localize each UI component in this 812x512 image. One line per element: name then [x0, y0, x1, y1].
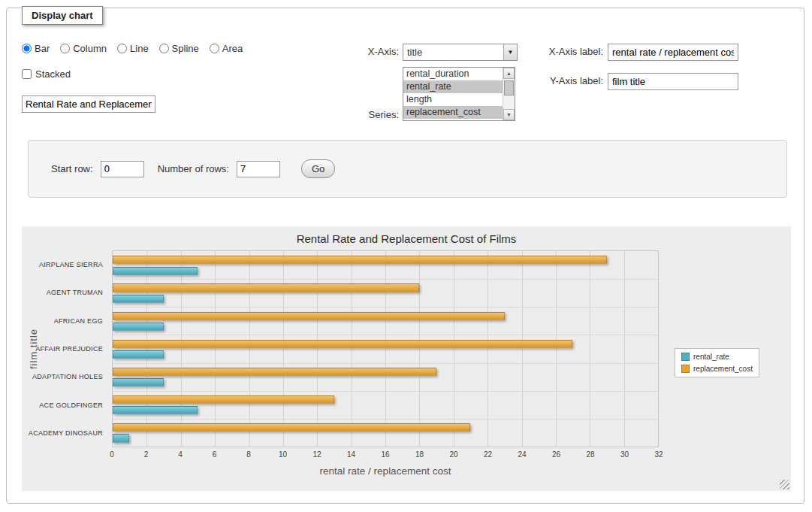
h-gridline: [113, 419, 658, 420]
legend-label: replacement_cost: [693, 365, 753, 373]
chart-type-radio-column[interactable]: [60, 44, 70, 53]
x-tick-label: 16: [381, 450, 389, 459]
scroll-up-icon[interactable]: ▲: [503, 68, 515, 79]
v-gridline: [419, 251, 420, 447]
series-option-replacement_cost[interactable]: replacement_cost: [403, 106, 503, 119]
series-listbox[interactable]: rental_durationrental_ratelengthreplacem…: [403, 67, 515, 121]
bar-replacement_cost: [113, 283, 419, 292]
chart-type-option-label: Line: [130, 43, 149, 54]
resize-handle[interactable]: [780, 480, 789, 489]
series-label-text: Series:: [330, 109, 399, 120]
x-tick-label: 22: [484, 450, 492, 459]
stacked-checkbox[interactable]: [22, 69, 32, 79]
category-label: AGENT TRUMAN: [22, 278, 107, 306]
h-gridline: [113, 363, 658, 364]
scrollbar-thumb[interactable]: [504, 80, 514, 95]
chart-title: Rental Rate and Replacement Cost of Film…: [22, 232, 791, 245]
v-gridline: [454, 251, 454, 447]
x-tick-label: 14: [347, 450, 355, 459]
x-axis-label-input[interactable]: [608, 44, 738, 61]
bar-replacement_cost: [113, 368, 436, 376]
v-gridline: [488, 251, 488, 447]
v-gridline: [317, 251, 318, 447]
v-gridline: [590, 251, 590, 447]
bar-rental_rate: [113, 295, 164, 303]
y-axis-label-input[interactable]: [608, 73, 738, 90]
bar-replacement_cost: [113, 395, 334, 404]
y-axis-label-field-label: Y-Axis label:: [531, 75, 603, 86]
chart-type-option-label: Spline: [172, 43, 199, 54]
v-gridline: [181, 251, 182, 447]
h-gridline: [113, 279, 658, 280]
go-button[interactable]: Go: [301, 159, 335, 178]
x-axis-label-field-label: X-Axis label:: [531, 46, 603, 57]
chart-type-option-column[interactable]: Column: [60, 43, 107, 54]
start-row-label: Start row:: [51, 163, 93, 174]
chart-type-option-area[interactable]: Area: [210, 43, 243, 54]
chart-type-option-label: Bar: [35, 43, 50, 54]
category-label: AFFAIR PREJUDICE: [22, 335, 107, 362]
x-tick-label: 10: [279, 450, 287, 459]
chevron-down-icon[interactable]: ▼: [503, 44, 517, 60]
bar-rental_rate: [113, 323, 164, 331]
x-tick-label: 32: [654, 450, 663, 459]
v-gridline: [249, 251, 250, 447]
series-scrollbar[interactable]: ▲ ▼: [503, 68, 515, 120]
series-option-length[interactable]: length: [403, 93, 503, 106]
x-axis-title: rental rate / replacement cost: [112, 465, 659, 477]
chart-type-radio-spline[interactable]: [159, 44, 169, 53]
chart-type-option-bar[interactable]: Bar: [22, 43, 50, 54]
v-gridline: [556, 251, 557, 447]
series-option-rental_duration[interactable]: rental_duration: [403, 68, 503, 80]
h-gridline: [113, 335, 658, 335]
series-listbox-items: rental_durationrental_ratelengthreplacem…: [403, 68, 503, 120]
series-option-rental_rate[interactable]: rental_rate: [403, 80, 503, 93]
scroll-down-icon[interactable]: ▼: [503, 109, 515, 120]
v-gridline: [352, 251, 352, 447]
chart-type-radiogroup: BarColumnLineSplineArea: [22, 43, 243, 54]
chart-type-radio-area[interactable]: [210, 44, 219, 53]
chart-type-radio-line[interactable]: [117, 44, 127, 53]
v-gridline: [283, 251, 284, 447]
chart-type-option-spline[interactable]: Spline: [159, 43, 199, 54]
category-label: AIRPLANE SIERRA: [22, 250, 107, 278]
stacked-checkbox-row[interactable]: Stacked: [22, 68, 71, 80]
bar-rental_rate: [113, 267, 198, 275]
x-tick-label: 20: [449, 450, 457, 459]
x-tick-label: 2: [144, 450, 149, 459]
display-chart-fieldset: Display chart BarColumnLineSplineArea St…: [6, 8, 804, 504]
x-tick-labels: 02468101214161820222426283032: [112, 450, 659, 461]
v-gridline: [146, 251, 147, 447]
start-row-input[interactable]: [101, 161, 144, 177]
stacked-label: Stacked: [35, 68, 71, 80]
x-axis-select[interactable]: title ▼: [403, 44, 518, 61]
fieldset-legend: Display chart: [22, 6, 103, 25]
legend-label: rental_rate: [693, 353, 729, 361]
chart-title-input[interactable]: [22, 95, 155, 113]
v-gridline: [624, 251, 625, 447]
category-label: ADAPTATION HOLES: [22, 363, 107, 391]
chart-type-option-label: Area: [222, 43, 243, 54]
rows-panel: Start row: Number of rows: Go: [28, 140, 787, 198]
scrollbar-track[interactable]: [503, 79, 515, 109]
h-gridline: [113, 391, 658, 392]
legend-swatch: [681, 365, 690, 373]
x-axis-selected-value: title: [403, 47, 503, 58]
legend-swatch: [681, 353, 690, 361]
num-rows-input[interactable]: [237, 161, 280, 177]
chart-type-option-line[interactable]: Line: [117, 43, 149, 54]
x-tick-label: 12: [312, 450, 321, 459]
v-gridline: [522, 251, 523, 447]
chart-type-radio-bar[interactable]: [22, 44, 32, 53]
chart-widget: Rental Rate and Replacement Cost of Film…: [22, 226, 791, 491]
bar-rental_rate: [113, 350, 164, 359]
x-tick-label: 18: [415, 450, 424, 459]
bar-rental_rate: [113, 378, 164, 386]
x-axis-label-text: X-Axis:: [330, 46, 399, 57]
category-label: ACE GOLDFINGER: [22, 391, 107, 419]
chart-legend: rental_ratereplacement_cost: [675, 348, 759, 377]
chart-type-option-label: Column: [73, 43, 107, 54]
category-label: ACADEMY DINOSAUR: [22, 420, 107, 447]
x-tick-label: 28: [586, 450, 594, 459]
num-rows-label: Number of rows:: [158, 163, 229, 174]
